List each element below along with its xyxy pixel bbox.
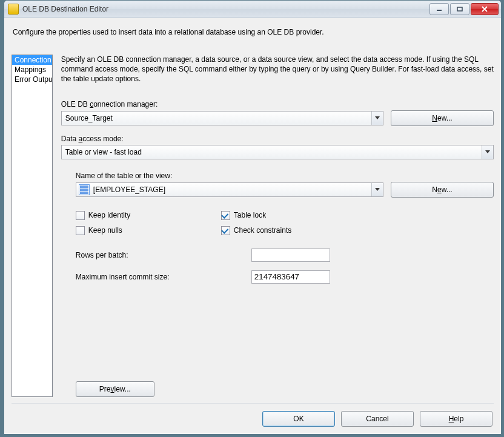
conn-manager-label: OLE DB connection manager: (61, 100, 494, 108)
nav-item-mappings[interactable]: Mappings (12, 65, 52, 75)
checkbox-icon (76, 211, 85, 220)
max-commit-size-input[interactable] (251, 270, 330, 284)
data-access-mode-combo[interactable]: Table or view - fast load (61, 145, 494, 159)
table-name-combo[interactable]: [EMPLOYEE_STAGE] (76, 182, 383, 197)
svg-rect-1 (457, 7, 462, 11)
checkbox-icon (221, 211, 230, 220)
intro-text: Configure the properties used to insert … (13, 28, 492, 36)
table-icon (79, 184, 90, 195)
conn-manager-combo[interactable]: Source_Target (61, 111, 383, 125)
minimize-button[interactable] (429, 3, 449, 15)
chevron-down-icon (371, 112, 383, 125)
conn-manager-value: Source_Target (62, 114, 371, 122)
help-button[interactable]: Help (420, 411, 492, 427)
data-access-mode-label: Data access mode: (61, 135, 494, 143)
window-title: OLE DB Destination Editor (22, 5, 108, 13)
maximize-button[interactable] (450, 3, 469, 15)
check-constraints-label: Check constraints (234, 226, 291, 235)
separator (12, 403, 494, 404)
titlebar[interactable]: OLE DB Destination Editor (4, 1, 501, 18)
keep-identity-label: Keep identity (88, 211, 130, 219)
chevron-down-icon (371, 183, 383, 196)
nav-item-connection-manager[interactable]: Connection Manager (12, 55, 52, 65)
new-connection-button[interactable]: New... (391, 110, 494, 126)
cancel-button[interactable]: Cancel (341, 411, 414, 427)
table-lock-label: Table lock (234, 211, 266, 219)
app-icon (8, 4, 19, 15)
keep-identity-checkbox[interactable]: Keep identity (76, 211, 215, 220)
keep-nulls-checkbox[interactable]: Keep nulls (76, 226, 215, 235)
table-lock-checkbox[interactable]: Table lock (221, 211, 494, 220)
data-access-mode-value: Table or view - fast load (62, 148, 482, 156)
rows-per-batch-input[interactable] (251, 249, 330, 262)
page-nav-list[interactable]: Connection Manager Mappings Error Output (12, 55, 53, 397)
checkbox-icon (76, 226, 85, 235)
ok-button[interactable]: OK (262, 411, 335, 427)
nav-item-error-output[interactable]: Error Output (12, 75, 52, 84)
dialog-footer: OK Cancel Help (12, 411, 494, 428)
table-name-value: [EMPLOYEE_STAGE] (90, 185, 371, 194)
svg-rect-0 (437, 10, 442, 11)
close-button[interactable] (471, 3, 499, 15)
new-table-button[interactable]: New... (391, 182, 494, 198)
max-commit-size-label: Maximum insert commit size: (76, 273, 251, 281)
panel-description: Specify an OLE DB connection manager, a … (61, 55, 494, 84)
config-panel: Specify an OLE DB connection manager, a … (61, 55, 494, 397)
rows-per-batch-label: Rows per batch: (76, 251, 251, 259)
preview-button[interactable]: Preview... (76, 381, 154, 397)
check-constraints-checkbox[interactable]: Check constraints (221, 226, 494, 235)
keep-nulls-label: Keep nulls (88, 226, 122, 235)
dialog-window: OLE DB Destination Editor Configure the … (4, 0, 502, 435)
chevron-down-icon (482, 145, 493, 159)
table-name-label: Name of the table or the view: (76, 172, 494, 180)
checkbox-icon (221, 226, 230, 235)
